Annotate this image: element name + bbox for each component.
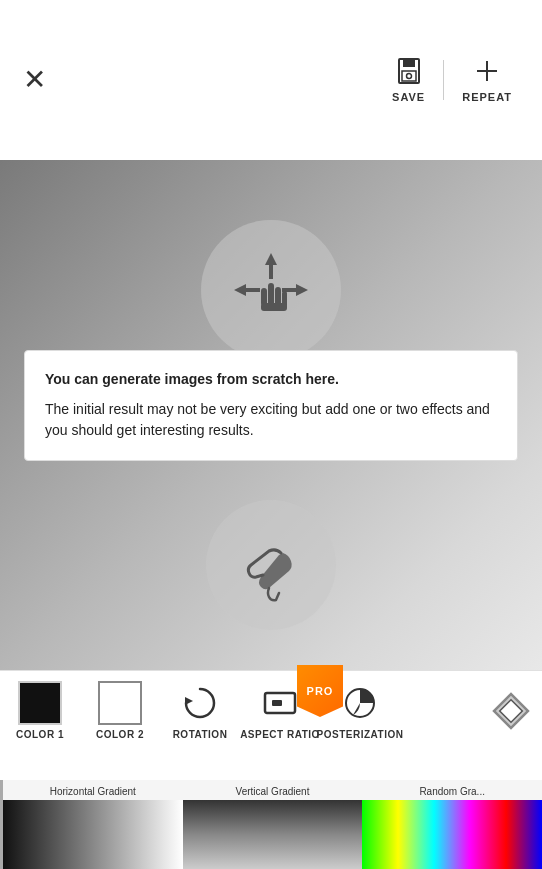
svg-rect-19 xyxy=(272,700,282,706)
gesture-circle-bottom xyxy=(206,500,336,630)
tooltip-box: You can generate images from scratch her… xyxy=(24,350,518,461)
color2-tool[interactable]: COLOR 2 xyxy=(80,673,160,748)
gesture-circle-top xyxy=(201,220,341,360)
pro-badge-area: PRO xyxy=(290,665,350,735)
diamond-icon xyxy=(487,687,535,735)
close-icon: ✕ xyxy=(23,66,46,94)
vertical-gradient-label: Vertical Gradient xyxy=(234,780,312,800)
canvas-area[interactable]: You can generate images from scratch her… xyxy=(0,160,542,670)
svg-rect-7 xyxy=(269,263,273,279)
horizontal-gradient-item[interactable]: Horizontal Gradient xyxy=(0,780,183,869)
svg-rect-1 xyxy=(403,59,415,67)
repeat-icon xyxy=(473,57,501,89)
close-button[interactable]: ✕ xyxy=(16,62,52,98)
pro-badge: PRO xyxy=(297,665,343,717)
pan-gesture-icon xyxy=(226,245,316,335)
svg-rect-16 xyxy=(261,303,287,311)
vertical-gradient-item[interactable]: Vertical Gradient xyxy=(183,780,363,869)
horizontal-gradient-label: Horizontal Gradient xyxy=(48,780,138,800)
gradient-row: Horizontal Gradient Vertical Gradient Ra… xyxy=(0,780,542,869)
color2-swatch xyxy=(98,681,142,725)
top-actions: SAVE REPEAT xyxy=(378,57,526,103)
color2-label: COLOR 2 xyxy=(96,729,144,740)
random-gradient-thumb xyxy=(362,800,542,869)
rotation-tool[interactable]: ROTATION xyxy=(160,673,240,748)
divider xyxy=(443,60,444,100)
color1-swatch xyxy=(18,681,62,725)
horizontal-gradient-thumb xyxy=(3,800,183,869)
random-gradient-label: Random Gra... xyxy=(417,780,487,800)
tooltip-line1: You can generate images from scratch her… xyxy=(45,369,497,391)
diamond-icon-area[interactable] xyxy=(480,670,542,750)
save-label: SAVE xyxy=(392,91,425,103)
save-button[interactable]: SAVE xyxy=(378,57,439,103)
save-icon xyxy=(395,57,423,89)
color1-tool[interactable]: COLOR 1 xyxy=(0,673,80,748)
color1-label: COLOR 1 xyxy=(16,729,64,740)
random-gradient-item[interactable]: Random Gra... xyxy=(362,780,542,869)
svg-point-3 xyxy=(406,74,411,79)
rotation-icon xyxy=(178,681,222,725)
top-bar: ✕ SAVE REPEAT xyxy=(0,0,542,160)
tooltip-line2: The initial result may not be very excit… xyxy=(45,399,497,442)
repeat-label: REPEAT xyxy=(462,91,512,103)
svg-rect-9 xyxy=(244,288,260,292)
vertical-gradient-thumb xyxy=(183,800,363,869)
tap-gesture-icon xyxy=(231,525,311,605)
repeat-button[interactable]: REPEAT xyxy=(448,57,526,103)
bottom-toolbar: COLOR 1 COLOR 2 ROTATION ASPECT RATIO xyxy=(0,670,480,750)
svg-marker-17 xyxy=(185,697,193,705)
svg-rect-2 xyxy=(402,71,416,81)
rotation-label: ROTATION xyxy=(173,729,228,740)
